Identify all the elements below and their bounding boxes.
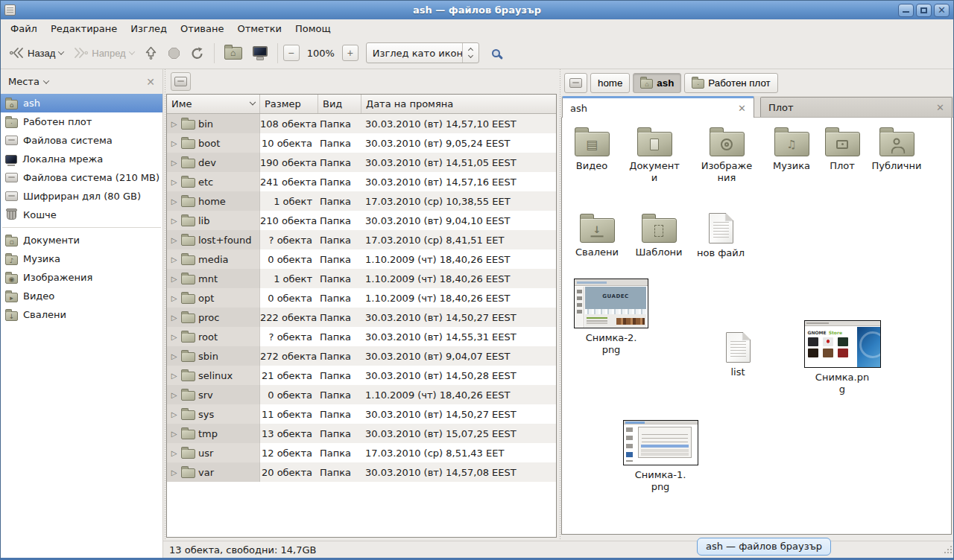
column-header-0[interactable]: Име [167, 95, 260, 113]
table-row[interactable]: ▷selinux21 обектаПапка30.03.2010 (вт) 14… [167, 366, 556, 385]
column-header-1[interactable]: Размер [260, 95, 318, 113]
tab-close-icon[interactable]: ✕ [738, 104, 746, 113]
file-icon-нов файл[interactable]: нов файл [685, 211, 756, 259]
table-row[interactable]: ▷dev190 обектаПапка30.03.2010 (вт) 14,51… [167, 153, 556, 172]
dropdown-spinner-icon[interactable] [462, 43, 478, 63]
expander-icon[interactable]: ▷ [170, 430, 178, 438]
table-row[interactable]: ▷mnt1 обектПапка1.10.2009 (чт) 18,40,26 … [167, 269, 556, 288]
search-button[interactable] [485, 42, 508, 65]
file-icon-Снимка-1.png[interactable]: Снимка-1.png [625, 420, 696, 493]
expander-icon[interactable]: ▷ [170, 410, 178, 419]
file-icon-Свалени[interactable]: Свалени [561, 213, 633, 258]
sidebar-item-Видео[interactable]: Видео [1, 287, 162, 305]
sidebar-item-Шифриран дял (80 GB)[interactable]: Шифриран дял (80 GB) [1, 187, 162, 206]
column-header-3[interactable]: Дата на промяна [361, 95, 556, 113]
expander-icon[interactable]: ▷ [170, 139, 178, 147]
expander-icon[interactable]: ▷ [170, 236, 178, 244]
sidebar-item-Кошче[interactable]: Кошче [1, 206, 162, 224]
menu-4[interactable]: Отметки [230, 20, 288, 37]
table-row[interactable]: ▷proc222 обектаПапка30.03.2010 (вт) 14,5… [167, 308, 556, 327]
expander-icon[interactable]: ▷ [170, 333, 178, 341]
maximize-button[interactable] [916, 4, 932, 17]
sidebar-item-Файлова система[interactable]: Файлова система [1, 131, 162, 150]
sidebar-close-button[interactable]: ✕ [146, 77, 155, 87]
expander-icon[interactable]: ▷ [170, 178, 178, 186]
menu-0[interactable]: Файл [4, 20, 44, 37]
table-row[interactable]: ▷etc241 обектаПапка30.03.2010 (вт) 14,57… [167, 172, 556, 191]
expander-icon[interactable]: ▷ [170, 391, 178, 399]
menu-2[interactable]: Изглед [124, 20, 174, 37]
sidebar-item-Работен плот[interactable]: Работен плот [1, 112, 162, 131]
file-icon-Снимка.png[interactable]: GNOMEStoreСнимка.png [806, 320, 878, 395]
sidebar-item-ash[interactable]: ash [1, 94, 162, 112]
expander-icon[interactable]: ▷ [170, 468, 178, 477]
up-button[interactable] [140, 42, 162, 65]
column-header-2[interactable]: Вид [318, 95, 361, 113]
file-icon-Документи[interactable]: Документи [619, 127, 690, 184]
expander-icon[interactable]: ▷ [170, 372, 178, 380]
file-icon-Публични[interactable]: Публични [861, 127, 932, 172]
expander-icon[interactable]: ▷ [170, 352, 178, 360]
file-icon-Снимка-2.png[interactable]: GUADECСнимка-2.png [575, 279, 647, 356]
sidebar-item-Локална мрежа[interactable]: Локална мрежа [1, 150, 162, 168]
table-row[interactable]: ▷var20 обектаПапка30.03.2010 (вт) 14,57,… [167, 462, 556, 482]
expander-icon[interactable]: ▷ [170, 120, 178, 128]
table-row[interactable]: ▷tmp13 обектаПапка30.03.2010 (вт) 15,07,… [167, 424, 556, 443]
path-button-root[interactable] [564, 73, 587, 93]
table-row[interactable]: ▷lib210 обектаПапка30.03.2010 (вт) 9,04,… [167, 211, 556, 230]
sidebar-item-Музика[interactable]: Музика [1, 249, 162, 268]
titlebar[interactable]: ash — файлов браузър ✕ [1, 1, 953, 19]
path-button-ash[interactable]: ash [633, 73, 681, 93]
reload-button[interactable] [186, 42, 209, 65]
table-row[interactable]: ▷opt0 обектаПапка1.10.2009 (чт) 18,40,26… [167, 288, 556, 308]
forward-button[interactable]: Напред [69, 42, 138, 65]
table-row[interactable]: ▷root? обектаПапка30.03.2010 (вт) 14,55,… [167, 327, 556, 346]
back-button[interactable]: Назад [5, 42, 68, 65]
expander-icon[interactable]: ▷ [170, 275, 178, 283]
file-icon-Шаблони[interactable]: Шаблони [623, 213, 695, 258]
menu-3[interactable]: Отиване [174, 20, 230, 37]
zoom-out-button[interactable]: − [283, 45, 300, 61]
table-row[interactable]: ▷home1 обектПапка17.03.2010 (ср) 10,38,5… [167, 191, 556, 211]
table-row[interactable]: ▷lost+found? обектаПапка17.03.2010 (ср) … [167, 230, 556, 249]
sidebar-item-Свалени[interactable]: Свалени [1, 305, 162, 324]
expander-icon[interactable]: ▷ [170, 197, 178, 206]
expander-icon[interactable]: ▷ [170, 314, 178, 322]
file-icon-list[interactable]: list [702, 331, 774, 378]
icon-canvas[interactable]: ВидеоДокументиИзображенияМузикаПлотПубли… [561, 118, 952, 535]
close-button[interactable]: ✕ [934, 4, 950, 17]
table-row[interactable]: ▷srv0 обектаПапка1.10.2009 (чт) 18,40,26… [167, 385, 556, 404]
expander-icon[interactable]: ▷ [170, 255, 178, 264]
table-row[interactable]: ▷media0 обектаПапка1.10.2009 (чт) 18,40,… [167, 249, 556, 269]
sidebar-mode-dropdown[interactable]: Места [8, 76, 48, 87]
table-row[interactable]: ▷sys11 обектаПапка30.03.2010 (вт) 14,50,… [167, 404, 556, 424]
expander-icon[interactable]: ▷ [170, 449, 178, 457]
expander-icon[interactable]: ▷ [170, 159, 178, 167]
table-row[interactable]: ▷bin108 обектаПапка30.03.2010 (вт) 14,57… [167, 114, 556, 133]
view-mode-dropdown[interactable]: Изглед като икони [366, 42, 479, 63]
sidebar-item-Документи[interactable]: Документи [1, 231, 162, 249]
path-button-Работен плот[interactable]: Работен плот [684, 73, 777, 93]
menu-5[interactable]: Помощ [288, 20, 338, 37]
forward-dropdown-icon[interactable] [128, 48, 134, 54]
stop-button[interactable] [163, 42, 185, 65]
tab-Плот[interactable]: Плот✕ [760, 97, 953, 117]
path-button-home[interactable]: home [590, 73, 630, 93]
sidebar-item-Файлова система (210 MB)[interactable]: Файлова система (210 MB) [1, 168, 162, 187]
expander-icon[interactable]: ▷ [170, 294, 178, 302]
file-icon-Видео[interactable]: Видео [561, 127, 628, 172]
tab-close-icon[interactable]: ✕ [936, 103, 944, 112]
computer-button[interactable] [248, 42, 272, 65]
table-row[interactable]: ▷usr12 обектаПапка17.03.2010 (ср) 8,51,4… [167, 443, 556, 462]
menu-1[interactable]: Редактиране [44, 20, 124, 37]
back-dropdown-icon[interactable] [58, 48, 64, 54]
tab-ash[interactable]: ash✕ [562, 96, 754, 118]
file-icon-Изображения[interactable]: Изображения [691, 127, 762, 184]
zoom-in-button[interactable]: + [342, 45, 358, 61]
table-row[interactable]: ▷boot10 обектаПапка30.03.2010 (вт) 9,05,… [167, 133, 556, 153]
sidebar-item-Изображения[interactable]: Изображения [1, 268, 162, 287]
location-button[interactable] [171, 72, 191, 91]
home-button[interactable]: ⌂ [220, 42, 247, 65]
expander-icon[interactable]: ▷ [170, 217, 178, 225]
table-row[interactable]: ▷sbin272 обектаПапка30.03.2010 (вт) 9,04… [167, 346, 556, 366]
